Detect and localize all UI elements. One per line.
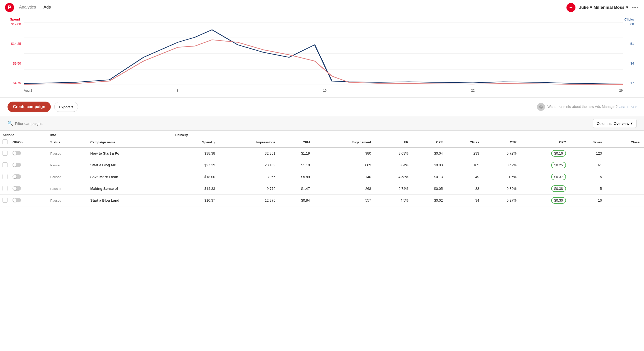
user-menu[interactable]: Julie ♥ Millennial Boss ▾: [579, 5, 628, 10]
row-checkbox[interactable]: [3, 162, 8, 167]
group-info: Info: [48, 131, 173, 137]
y-right-1: 68: [630, 22, 634, 26]
nav-ads[interactable]: Ads: [44, 4, 51, 11]
value-clicks: 34: [475, 198, 479, 202]
search-area: 🔍: [8, 121, 589, 126]
th-cpe[interactable]: CPE: [411, 137, 445, 147]
cell-checkbox: [0, 147, 10, 159]
campaign-toggle[interactable]: [13, 174, 21, 179]
cell-closeup: [604, 171, 644, 183]
row-checkbox[interactable]: [3, 174, 8, 179]
cell-checkbox: [0, 171, 10, 183]
table-row: PausedStart a Blog MB$27.3923,169$1.1888…: [0, 159, 644, 171]
info-text: Want more info about the new Ads Manager…: [547, 104, 636, 109]
row-checkbox[interactable]: [3, 198, 8, 203]
th-saves[interactable]: Saves: [568, 137, 604, 147]
columns-overview-button[interactable]: Columns: Overview ▾: [593, 119, 636, 128]
value-saves: 123: [596, 151, 602, 155]
cell-closeup: [604, 183, 644, 195]
y-left-1: $19.00: [11, 22, 21, 26]
campaign-toggle[interactable]: [13, 163, 21, 167]
cell-engagement: 980: [312, 147, 374, 159]
table-row: PausedStart a Blog Land$10.3712,370$0.84…: [0, 195, 644, 206]
cell-name: How to Start a Po: [88, 147, 173, 159]
export-button[interactable]: Export ▾: [54, 102, 78, 112]
header: P Analytics Ads + Julie ♥ Millennial Bos…: [0, 0, 644, 15]
pinterest-logo[interactable]: P: [5, 3, 14, 12]
value-cpe: $0.02: [434, 198, 443, 202]
value-impressions: 32,301: [265, 151, 276, 155]
th-cpc[interactable]: CPC: [519, 137, 568, 147]
add-button[interactable]: +: [566, 3, 575, 12]
cell-cpe: $0.03: [411, 159, 445, 171]
value-cpm: $1.47: [301, 187, 310, 191]
x-label-4: 22: [471, 89, 474, 92]
table-row: PausedSave More Faste$18.003,056$5.89140…: [0, 171, 644, 183]
cell-cpc: $0.30: [519, 195, 568, 206]
y-right-4: 17: [630, 81, 634, 85]
cell-clicks: 49: [445, 171, 482, 183]
cell-checkbox: [0, 159, 10, 171]
th-toggle[interactable]: Off/On: [10, 137, 48, 147]
row-checkbox[interactable]: [3, 186, 8, 191]
campaign-toggle[interactable]: [13, 151, 21, 155]
cell-impressions: 12,370: [218, 195, 278, 206]
campaign-toggle[interactable]: [13, 198, 21, 202]
value-cpc: $0.37: [551, 174, 566, 180]
filter-bar: 🔍 Columns: Overview ▾: [0, 116, 644, 131]
value-impressions: 12,370: [265, 198, 276, 202]
th-engagement[interactable]: Engagement: [312, 137, 374, 147]
th-status[interactable]: Status: [48, 137, 88, 147]
value-spend: $27.39: [204, 163, 215, 167]
row-checkbox[interactable]: [3, 151, 8, 156]
cell-closeup: [604, 195, 644, 206]
select-all-checkbox[interactable]: [3, 139, 8, 144]
campaign-toggle[interactable]: [13, 186, 21, 191]
value-cpc: $0.16: [551, 150, 566, 157]
chart-svg-container: [24, 22, 623, 85]
search-input[interactable]: [15, 121, 589, 126]
th-impressions[interactable]: Impressions: [218, 137, 278, 147]
cell-ctr: 0.39%: [482, 183, 519, 195]
value-er: 3.03%: [398, 151, 408, 155]
th-ctr[interactable]: CTR: [482, 137, 519, 147]
value-saves: 5: [600, 187, 602, 191]
cell-saves: 61: [568, 159, 604, 171]
th-cpm[interactable]: CPM: [278, 137, 312, 147]
table-row: PausedHow to Start a Po$38.3832,301$1.19…: [0, 147, 644, 159]
cell-engagement: 140: [312, 171, 374, 183]
learn-more-link[interactable]: Learn more: [618, 105, 636, 109]
cell-toggle: [10, 195, 48, 206]
cell-engagement: 268: [312, 183, 374, 195]
cell-ctr: 1.6%: [482, 171, 519, 183]
ads-manager-info: ◎ Want more info about the new Ads Manag…: [537, 103, 636, 111]
value-er: 4.5%: [400, 198, 408, 202]
cell-cpm: $1.47: [278, 183, 312, 195]
cell-toggle: [10, 147, 48, 159]
x-axis-labels: Aug 1 8 15 22 29: [24, 89, 623, 92]
more-options-icon[interactable]: •••: [632, 4, 639, 11]
th-campaign-name[interactable]: Campaign name: [88, 137, 173, 147]
create-campaign-button[interactable]: Create campaign: [8, 102, 51, 112]
cell-spend: $10.37: [173, 195, 218, 206]
value-name: Start a Blog MB: [90, 163, 116, 167]
th-clicks[interactable]: Clicks: [445, 137, 482, 147]
cell-status: Paused: [48, 147, 88, 159]
toolbar: Create campaign Export ▾ ◎ Want more inf…: [0, 98, 644, 116]
th-spend[interactable]: Spend ↓: [173, 137, 218, 147]
nav-analytics[interactable]: Analytics: [19, 4, 36, 11]
th-closeup[interactable]: Closeu: [604, 137, 644, 147]
value-cpc: $0.38: [551, 185, 566, 192]
cell-toggle: [10, 183, 48, 195]
cell-name: Save More Faste: [88, 171, 173, 183]
value-ctr: 0.27%: [507, 198, 517, 202]
x-label-2: 8: [177, 89, 179, 92]
th-er[interactable]: ER: [374, 137, 411, 147]
value-cpe: $0.13: [434, 175, 443, 179]
cell-closeup: [604, 147, 644, 159]
cell-name: Start a Blog MB: [88, 159, 173, 171]
cell-engagement: 889: [312, 159, 374, 171]
value-cpe: $0.04: [434, 151, 443, 155]
value-spend: $14.33: [204, 187, 215, 191]
cell-status: Paused: [48, 195, 88, 206]
